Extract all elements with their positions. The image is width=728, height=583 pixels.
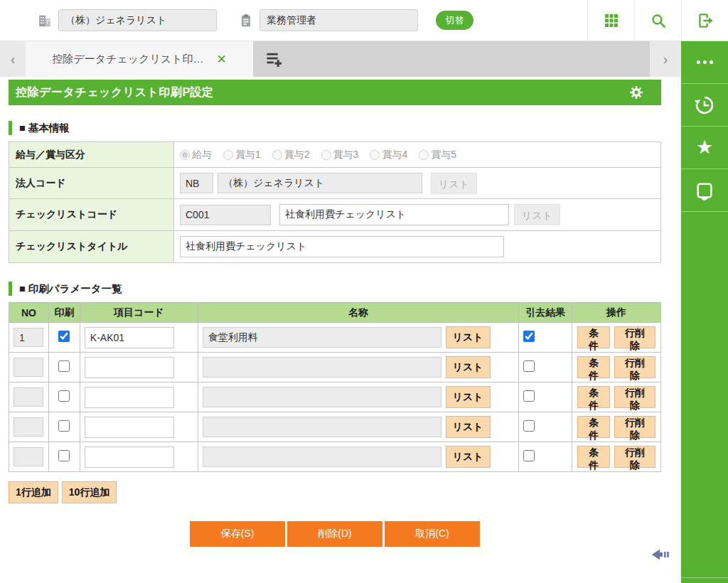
salary-type-row: 給与／賞与区分 給与 賞与1 賞与2 賞与3 賞与4 賞与5: [9, 142, 661, 168]
company-icon: [37, 13, 53, 28]
history-icon: [693, 94, 716, 117]
add-ten-rows-button[interactable]: 10行追加: [62, 481, 117, 503]
result-checkbox[interactable]: [523, 420, 535, 432]
topbar-icon-group: [587, 0, 728, 41]
checklist-code-label: チェックリストコード: [9, 199, 174, 231]
delete-row-button[interactable]: 行削除: [614, 326, 655, 348]
print-params-table: NO 印刷 項目コード 名称 引去結果 操作 リスト 条件行削除: [9, 302, 661, 472]
add-one-row-button[interactable]: 1行追加: [9, 481, 58, 503]
list-button[interactable]: リスト: [446, 326, 491, 348]
item-code-input[interactable]: [85, 446, 174, 468]
star-icon: ★: [696, 138, 713, 157]
print-checkbox[interactable]: [58, 331, 70, 342]
basic-info-table: 給与／賞与区分 給与 賞与1 賞与2 賞与3 賞与4 賞与5 法人コード: [9, 141, 661, 263]
save-button[interactable]: 保存(S): [190, 521, 285, 547]
checklist-code-name-input[interactable]: [279, 204, 509, 225]
list-button[interactable]: リスト: [446, 446, 491, 468]
action-buttons: 保存(S) 削除(D) 取消(C): [9, 521, 661, 547]
company-field[interactable]: [58, 9, 217, 31]
radio-label: 賞与2: [284, 149, 310, 161]
radio-bonus5: [419, 150, 429, 160]
page-header: 控除データチェックリスト印刷P設定: [9, 80, 661, 105]
corp-code-input[interactable]: [180, 173, 213, 193]
radio-bonus1: [223, 150, 233, 160]
add-tab-icon: [264, 49, 284, 69]
condition-button[interactable]: 条件: [577, 386, 610, 408]
tab-scroll-left-button[interactable]: ‹: [0, 41, 26, 77]
new-tab-button[interactable]: [253, 41, 296, 77]
switch-button[interactable]: 切替: [436, 11, 473, 30]
logout-button[interactable]: [681, 0, 728, 41]
param-row: リスト 条件行削除: [9, 323, 661, 353]
role-field[interactable]: [259, 9, 418, 31]
result-checkbox[interactable]: [523, 390, 535, 402]
tab-close-icon[interactable]: ✕: [216, 52, 226, 67]
sidebar-bookmark-button[interactable]: [681, 169, 728, 212]
radio-label: 給与: [192, 149, 212, 161]
checklist-list-button: リスト: [514, 204, 560, 225]
tab-active[interactable]: 控除データチェックリスト印… ✕: [26, 41, 253, 77]
condition-button[interactable]: 条件: [577, 416, 610, 438]
section-basic-info: ■ 基本情報: [9, 121, 673, 135]
radio-label: 賞与5: [431, 149, 456, 161]
sidebar-more-button[interactable]: [681, 41, 728, 84]
item-name-input: [203, 357, 441, 378]
list-button[interactable]: リスト: [446, 386, 491, 408]
delete-row-button[interactable]: 行削除: [614, 446, 655, 468]
radio-salary: [180, 150, 190, 160]
search-icon: [650, 12, 667, 29]
apps-grid-icon: [603, 12, 620, 29]
row-no-input: [14, 358, 43, 377]
result-checkbox[interactable]: [523, 331, 535, 342]
list-button[interactable]: リスト: [446, 416, 491, 438]
param-row: リスト 条件行削除: [9, 442, 661, 472]
radio-label: 賞与1: [235, 149, 261, 161]
delete-button[interactable]: 削除(D): [287, 521, 382, 547]
search-button[interactable]: [634, 0, 681, 41]
print-checkbox[interactable]: [58, 420, 70, 432]
item-code-input[interactable]: [85, 387, 174, 408]
gear-icon[interactable]: [628, 85, 644, 100]
tab-title: 控除データチェックリスト印…: [52, 53, 203, 66]
item-code-input[interactable]: [85, 327, 174, 348]
role-clipboard-icon: [238, 13, 254, 28]
tab-scroll-right-button[interactable]: ›: [650, 41, 681, 77]
col-print: 印刷: [48, 303, 80, 323]
checklist-title-row: チェックリストタイトル: [9, 231, 661, 263]
delete-row-button[interactable]: 行削除: [614, 416, 655, 438]
context-fields: 切替: [0, 9, 473, 31]
item-name-input: [203, 417, 441, 437]
item-code-input[interactable]: [85, 357, 174, 378]
radio-bonus3: [321, 150, 331, 160]
sidebar-favorites-button[interactable]: ★: [681, 127, 728, 169]
condition-button[interactable]: 条件: [577, 446, 610, 468]
delete-row-button[interactable]: 行削除: [614, 386, 655, 408]
delete-row-button[interactable]: 行削除: [614, 356, 655, 378]
result-checkbox[interactable]: [523, 360, 535, 372]
checklist-title-input[interactable]: [180, 236, 504, 257]
collapse-arrow-icon: [651, 547, 671, 562]
print-checkbox[interactable]: [58, 450, 70, 461]
sidebar-history-button[interactable]: [681, 84, 728, 127]
print-checkbox[interactable]: [58, 390, 70, 402]
condition-button[interactable]: 条件: [577, 326, 610, 348]
sidebar-footer-divider: [681, 577, 728, 583]
checklist-code-row: チェックリストコード リスト: [9, 199, 661, 231]
checklist-code-input[interactable]: [180, 205, 271, 225]
item-code-input[interactable]: [85, 417, 174, 438]
collapse-panel-button[interactable]: [651, 547, 671, 565]
print-checkbox[interactable]: [58, 360, 70, 372]
row-no-input: [14, 328, 43, 347]
top-bar: 切替: [0, 0, 728, 41]
apps-grid-button[interactable]: [587, 0, 634, 41]
cancel-button[interactable]: 取消(C): [385, 521, 480, 547]
col-operation: 操作: [572, 303, 661, 323]
list-button[interactable]: リスト: [446, 356, 491, 378]
result-checkbox[interactable]: [523, 450, 535, 461]
tab-bar: ‹ 控除データチェックリスト印… ✕ ›: [0, 41, 681, 77]
condition-button[interactable]: 条件: [577, 356, 610, 378]
param-row: リスト 条件行削除: [9, 383, 661, 412]
checklist-title-label: チェックリストタイトル: [9, 231, 174, 263]
logout-icon: [696, 11, 714, 30]
corp-name-input[interactable]: [218, 173, 422, 193]
